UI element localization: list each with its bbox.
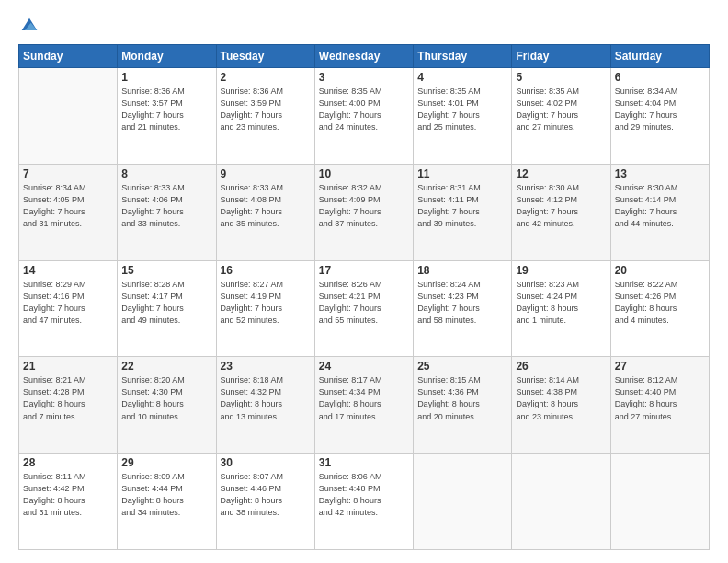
day-info: Sunrise: 8:06 AM Sunset: 4:48 PM Dayligh… (319, 471, 409, 519)
calendar-cell: 31Sunrise: 8:06 AM Sunset: 4:48 PM Dayli… (314, 454, 413, 550)
day-number: 8 (121, 167, 211, 180)
calendar-cell: 16Sunrise: 8:27 AM Sunset: 4:19 PM Dayli… (216, 260, 314, 357)
calendar-header-monday: Monday (118, 45, 216, 68)
calendar-header-tuesday: Tuesday (216, 45, 314, 68)
day-number: 4 (417, 71, 507, 84)
calendar-cell: 2Sunrise: 8:36 AM Sunset: 3:59 PM Daylig… (216, 68, 314, 165)
day-info: Sunrise: 8:21 AM Sunset: 4:28 PM Dayligh… (23, 374, 113, 422)
day-number: 19 (516, 264, 606, 277)
day-info: Sunrise: 8:35 AM Sunset: 4:02 PM Dayligh… (516, 86, 606, 133)
day-info: Sunrise: 8:18 AM Sunset: 4:32 PM Dayligh… (221, 374, 311, 422)
day-info: Sunrise: 8:09 AM Sunset: 4:44 PM Dayligh… (121, 471, 211, 519)
day-number: 6 (615, 71, 705, 84)
calendar-row-3: 21Sunrise: 8:21 AM Sunset: 4:28 PM Dayli… (19, 357, 710, 454)
day-number: 31 (319, 456, 409, 469)
calendar-cell: 20Sunrise: 8:22 AM Sunset: 4:26 PM Dayli… (610, 260, 709, 357)
day-info: Sunrise: 8:30 AM Sunset: 4:14 PM Dayligh… (615, 182, 705, 230)
calendar-cell: 21Sunrise: 8:21 AM Sunset: 4:28 PM Dayli… (19, 357, 118, 454)
calendar-row-2: 14Sunrise: 8:29 AM Sunset: 4:16 PM Dayli… (19, 260, 710, 357)
day-number: 30 (221, 456, 311, 469)
day-info: Sunrise: 8:35 AM Sunset: 4:00 PM Dayligh… (319, 86, 409, 133)
calendar-header-row: SundayMondayTuesdayWednesdayThursdayFrid… (19, 45, 710, 68)
day-number: 10 (319, 167, 409, 180)
calendar-cell (414, 454, 512, 550)
calendar-header-saturday: Saturday (610, 45, 709, 68)
day-info: Sunrise: 8:36 AM Sunset: 3:59 PM Dayligh… (221, 86, 311, 133)
day-number: 14 (23, 264, 113, 277)
day-number: 29 (121, 456, 211, 469)
day-number: 16 (221, 264, 311, 277)
calendar-cell: 3Sunrise: 8:35 AM Sunset: 4:00 PM Daylig… (314, 68, 413, 165)
calendar-cell: 9Sunrise: 8:33 AM Sunset: 4:08 PM Daylig… (216, 164, 314, 260)
calendar-header-wednesday: Wednesday (314, 45, 413, 68)
day-info: Sunrise: 8:12 AM Sunset: 4:40 PM Dayligh… (615, 374, 705, 422)
day-info: Sunrise: 8:28 AM Sunset: 4:17 PM Dayligh… (121, 279, 211, 327)
day-info: Sunrise: 8:24 AM Sunset: 4:23 PM Dayligh… (417, 279, 507, 327)
day-number: 28 (23, 456, 113, 469)
calendar-table: SundayMondayTuesdayWednesdayThursdayFrid… (18, 44, 710, 550)
day-info: Sunrise: 8:20 AM Sunset: 4:30 PM Dayligh… (121, 374, 211, 422)
calendar-cell: 8Sunrise: 8:33 AM Sunset: 4:06 PM Daylig… (118, 164, 216, 260)
day-number: 2 (221, 71, 311, 84)
calendar-cell: 19Sunrise: 8:23 AM Sunset: 4:24 PM Dayli… (512, 260, 610, 357)
calendar-cell (512, 454, 610, 550)
day-number: 3 (319, 71, 409, 84)
calendar-cell: 1Sunrise: 8:36 AM Sunset: 3:57 PM Daylig… (118, 68, 216, 165)
calendar-cell: 25Sunrise: 8:15 AM Sunset: 4:36 PM Dayli… (414, 357, 512, 454)
calendar-cell: 6Sunrise: 8:34 AM Sunset: 4:04 PM Daylig… (610, 68, 709, 165)
day-info: Sunrise: 8:32 AM Sunset: 4:09 PM Dayligh… (319, 182, 409, 230)
day-number: 24 (319, 360, 409, 373)
day-number: 17 (319, 264, 409, 277)
day-info: Sunrise: 8:35 AM Sunset: 4:01 PM Dayligh… (417, 86, 507, 133)
day-info: Sunrise: 8:31 AM Sunset: 4:11 PM Dayligh… (417, 182, 507, 230)
calendar-cell: 28Sunrise: 8:11 AM Sunset: 4:42 PM Dayli… (19, 454, 118, 550)
day-number: 20 (615, 264, 705, 277)
day-info: Sunrise: 8:26 AM Sunset: 4:21 PM Dayligh… (319, 279, 409, 327)
calendar-cell: 18Sunrise: 8:24 AM Sunset: 4:23 PM Dayli… (414, 260, 512, 357)
calendar-header-thursday: Thursday (414, 45, 512, 68)
calendar-cell: 17Sunrise: 8:26 AM Sunset: 4:21 PM Dayli… (314, 260, 413, 357)
calendar-cell: 23Sunrise: 8:18 AM Sunset: 4:32 PM Dayli… (216, 357, 314, 454)
logo-icon (20, 17, 39, 35)
day-info: Sunrise: 8:15 AM Sunset: 4:36 PM Dayligh… (417, 374, 507, 422)
day-number: 11 (417, 167, 507, 180)
calendar-cell: 14Sunrise: 8:29 AM Sunset: 4:16 PM Dayli… (19, 260, 118, 357)
day-info: Sunrise: 8:30 AM Sunset: 4:12 PM Dayligh… (516, 182, 606, 230)
day-number: 26 (516, 360, 606, 373)
day-info: Sunrise: 8:23 AM Sunset: 4:24 PM Dayligh… (516, 279, 606, 327)
calendar-header-friday: Friday (512, 45, 610, 68)
day-number: 25 (417, 360, 507, 373)
day-number: 22 (121, 360, 211, 373)
calendar-cell: 7Sunrise: 8:34 AM Sunset: 4:05 PM Daylig… (19, 164, 118, 260)
day-info: Sunrise: 8:17 AM Sunset: 4:34 PM Dayligh… (319, 374, 409, 422)
day-info: Sunrise: 8:22 AM Sunset: 4:26 PM Dayligh… (615, 279, 705, 327)
calendar-cell (19, 68, 118, 165)
calendar-cell (610, 454, 709, 550)
day-info: Sunrise: 8:34 AM Sunset: 4:05 PM Dayligh… (23, 182, 113, 230)
calendar-cell: 5Sunrise: 8:35 AM Sunset: 4:02 PM Daylig… (512, 68, 610, 165)
calendar-cell: 11Sunrise: 8:31 AM Sunset: 4:11 PM Dayli… (414, 164, 512, 260)
day-info: Sunrise: 8:33 AM Sunset: 4:06 PM Dayligh… (121, 182, 211, 230)
calendar-cell: 4Sunrise: 8:35 AM Sunset: 4:01 PM Daylig… (414, 68, 512, 165)
calendar-row-0: 1Sunrise: 8:36 AM Sunset: 3:57 PM Daylig… (19, 68, 710, 165)
calendar-cell: 27Sunrise: 8:12 AM Sunset: 4:40 PM Dayli… (610, 357, 709, 454)
calendar-header-sunday: Sunday (19, 45, 118, 68)
day-number: 23 (221, 360, 311, 373)
calendar-cell: 22Sunrise: 8:20 AM Sunset: 4:30 PM Dayli… (118, 357, 216, 454)
calendar-cell: 24Sunrise: 8:17 AM Sunset: 4:34 PM Dayli… (314, 357, 413, 454)
calendar-cell: 29Sunrise: 8:09 AM Sunset: 4:44 PM Dayli… (118, 454, 216, 550)
day-number: 21 (23, 360, 113, 373)
day-number: 1 (121, 71, 211, 84)
day-info: Sunrise: 8:07 AM Sunset: 4:46 PM Dayligh… (221, 471, 311, 519)
day-info: Sunrise: 8:29 AM Sunset: 4:16 PM Dayligh… (23, 279, 113, 327)
day-info: Sunrise: 8:36 AM Sunset: 3:57 PM Dayligh… (121, 86, 211, 133)
day-number: 9 (221, 167, 311, 180)
calendar-cell: 26Sunrise: 8:14 AM Sunset: 4:38 PM Dayli… (512, 357, 610, 454)
day-info: Sunrise: 8:11 AM Sunset: 4:42 PM Dayligh… (23, 471, 113, 519)
calendar-row-4: 28Sunrise: 8:11 AM Sunset: 4:42 PM Dayli… (19, 454, 710, 550)
calendar-cell: 12Sunrise: 8:30 AM Sunset: 4:12 PM Dayli… (512, 164, 610, 260)
day-number: 12 (516, 167, 606, 180)
calendar-cell: 30Sunrise: 8:07 AM Sunset: 4:46 PM Dayli… (216, 454, 314, 550)
day-number: 27 (615, 360, 705, 373)
day-number: 13 (615, 167, 705, 180)
